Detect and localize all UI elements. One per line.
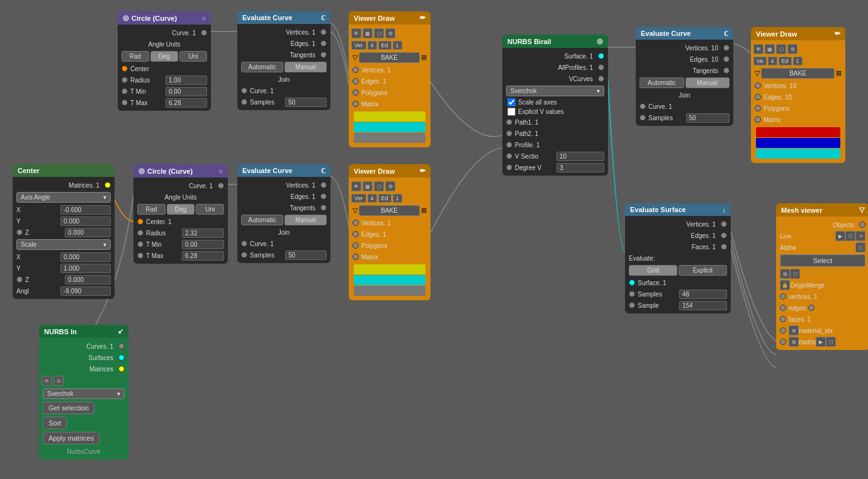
vertices-output-3: Vertices. 10 bbox=[636, 42, 733, 54]
version-row-3: Ve 4 Ed 1 bbox=[751, 55, 845, 67]
curve-input-socket-1 bbox=[241, 87, 247, 94]
mv-matrix-icon3[interactable]: ◻ bbox=[826, 337, 836, 347]
manual-btn-1[interactable]: Manual bbox=[285, 62, 327, 72]
eval-surface-body: Vertices. 1 Edges. 1 Faces. 1 Evaluate: … bbox=[625, 216, 731, 313]
deg-btn-2[interactable]: Deg bbox=[167, 204, 195, 215]
angle-btns-2[interactable]: Rad Deg Uni bbox=[133, 203, 228, 216]
objects-output: Objects bbox=[776, 219, 868, 230]
mv-face-socket bbox=[780, 316, 786, 322]
settings-icon-2[interactable]: ⚙ bbox=[385, 181, 395, 191]
scale-all-axes-checkbox[interactable] bbox=[507, 98, 516, 106]
mesh-icon-1[interactable]: ⬡ bbox=[374, 28, 384, 38]
z-val-center: Z 0.000 bbox=[13, 227, 115, 238]
uni-btn-2[interactable]: Uni bbox=[196, 204, 224, 215]
surface-in-socket bbox=[629, 279, 635, 286]
bake-btn-1[interactable]: BAKE bbox=[359, 52, 420, 63]
sy-val: Y 1.000 bbox=[13, 262, 115, 274]
edges-socket-3 bbox=[723, 56, 730, 62]
sx-val: X 0.000 bbox=[13, 251, 115, 262]
eye-icon-3[interactable]: 👁 bbox=[753, 44, 764, 54]
center-header: Center bbox=[13, 164, 115, 177]
radius-input-1: Radius 1.00 bbox=[118, 74, 211, 86]
eval-mode-buttons-1[interactable]: Automatic Manual bbox=[237, 60, 330, 74]
down-arrow-3: ▽ bbox=[755, 69, 760, 77]
eye-icon-2[interactable]: 👁 bbox=[351, 181, 361, 191]
automatic-btn-1[interactable]: Automatic bbox=[241, 62, 283, 72]
es-vertices-output: Vertices. 1 bbox=[625, 218, 731, 230]
circle-curve-node-2: ◎ Circle (Curve) ○ Curve. 1 Angle Units … bbox=[133, 164, 228, 264]
vd3-vertices: Vertices. 10 bbox=[751, 80, 845, 91]
apply-matrices-button[interactable]: Apply matrices bbox=[43, 432, 99, 444]
vd-matrix-1: Matrix bbox=[349, 98, 431, 110]
bake-btn-2[interactable]: BAKE bbox=[359, 205, 420, 216]
es-face-socket bbox=[721, 244, 727, 250]
grid-btn[interactable]: Grid bbox=[629, 265, 677, 276]
get-selection-button[interactable]: Get selection bbox=[43, 402, 94, 414]
cam-icon-2[interactable]: ▦ bbox=[363, 181, 373, 191]
explicit-btn[interactable]: Explicit bbox=[679, 265, 727, 276]
curve-in-socket-3 bbox=[640, 103, 646, 110]
alpha-icon[interactable]: ◻ bbox=[855, 242, 865, 252]
automatic-btn-2[interactable]: Automatic bbox=[241, 215, 283, 225]
rad-btn-1[interactable]: Rad bbox=[121, 51, 149, 62]
a-socket bbox=[16, 276, 23, 283]
nurbs-in-icon: ↙ bbox=[118, 327, 123, 335]
sverchok-dropdown-birail[interactable]: Sverchok ▾ bbox=[506, 86, 604, 96]
vsectio-socket bbox=[506, 153, 512, 159]
sverchok-dropdown-nurbs[interactable]: Sverchok ▾ bbox=[43, 388, 125, 399]
select-button[interactable]: Select bbox=[780, 254, 865, 267]
evaluate-label: Evaluate: bbox=[625, 252, 731, 264]
center-socket-2 bbox=[137, 218, 144, 225]
uni-btn-1[interactable]: Uni bbox=[179, 51, 207, 62]
mv-mat-icon: ⊞ bbox=[789, 325, 799, 335]
vd-edge-socket-2 bbox=[352, 231, 359, 237]
deg-btn-1[interactable]: Deg bbox=[150, 51, 178, 62]
automatic-btn-3[interactable]: Automatic bbox=[640, 77, 684, 88]
mv-icon-2[interactable]: ⬡ bbox=[790, 269, 800, 279]
mv-icon-1[interactable]: ⊞ bbox=[780, 269, 790, 279]
eval-type-buttons[interactable]: Grid Explicit bbox=[625, 264, 731, 277]
manual-btn-2[interactable]: Manual bbox=[285, 215, 327, 225]
mv-matrix-icon2[interactable]: ▶ bbox=[816, 337, 826, 347]
scale-all-axes-row[interactable]: Scale all axes bbox=[502, 98, 608, 107]
curve-input-2: Curve. 1 bbox=[237, 238, 330, 249]
bake-btn-3[interactable]: BAKE bbox=[761, 68, 835, 79]
mesh-icon-2[interactable]: ⬡ bbox=[374, 181, 384, 191]
cam-icon-3[interactable]: ▦ bbox=[765, 44, 775, 54]
angle-units-buttons-1[interactable]: Rad Deg Uni bbox=[118, 50, 211, 63]
settings-icon-1[interactable]: ⚙ bbox=[385, 28, 395, 38]
mesh-icon-3[interactable]: ⬡ bbox=[776, 44, 786, 54]
scale-dropdown[interactable]: Scale ▾ bbox=[16, 239, 111, 250]
grid-icon-2: ⊞ bbox=[421, 206, 427, 215]
explicit-v-checkbox[interactable] bbox=[507, 108, 516, 116]
live-icon3[interactable]: ↗ bbox=[855, 231, 865, 241]
rad-btn-2[interactable]: Rad bbox=[137, 204, 166, 215]
tangents-output-2: Tangents bbox=[237, 202, 330, 213]
manual-btn-3[interactable]: Manual bbox=[685, 77, 730, 88]
bake-row-2[interactable]: ▽ BAKE ⊞ bbox=[349, 204, 431, 217]
viewer-draw-header-2: Viewer Draw ✏ bbox=[349, 164, 431, 178]
bake-row-3[interactable]: ▽ BAKE ⊞ bbox=[751, 67, 845, 80]
eval-mode-buttons-2[interactable]: Automatic Manual bbox=[237, 213, 330, 227]
nurbs-icon-1[interactable]: ⟳ bbox=[42, 376, 52, 386]
eval-surface-icon: ↓ bbox=[723, 206, 726, 213]
sort-button[interactable]: Sort bbox=[43, 417, 67, 429]
live-icon2[interactable]: ⬡ bbox=[845, 231, 855, 241]
cam-icon-1[interactable]: ▦ bbox=[363, 28, 373, 38]
eval-mode-buttons-3[interactable]: Automatic Manual bbox=[636, 76, 733, 89]
live-icon[interactable]: ▶ bbox=[835, 231, 845, 241]
nurbs-icon-2[interactable]: ⊙ bbox=[54, 376, 64, 386]
pencil-icon-3: ✏ bbox=[835, 30, 840, 38]
eval-curve-title-3: Evaluate Curve bbox=[641, 30, 690, 37]
vd-polygons-1: Polygons bbox=[349, 87, 431, 98]
settings-icon-3[interactable]: ⚙ bbox=[787, 44, 798, 54]
samples-input-3: Samples 50 bbox=[636, 112, 733, 123]
eval-curve-title-2: Evaluate Curve bbox=[242, 167, 292, 174]
degreev-socket bbox=[506, 164, 512, 171]
axis-angle-dropdown[interactable]: Axis Angle ▾ bbox=[16, 192, 111, 203]
bake-row-1[interactable]: ▽ BAKE ⊞ bbox=[349, 51, 431, 64]
live-row: Live ▶ ⬡ ↗ bbox=[776, 230, 868, 242]
explicit-v-row[interactable]: Explicit V values bbox=[502, 107, 608, 116]
eye-icon-1[interactable]: 👁 bbox=[351, 28, 361, 38]
surface-output: Surface. 1 bbox=[502, 50, 608, 62]
